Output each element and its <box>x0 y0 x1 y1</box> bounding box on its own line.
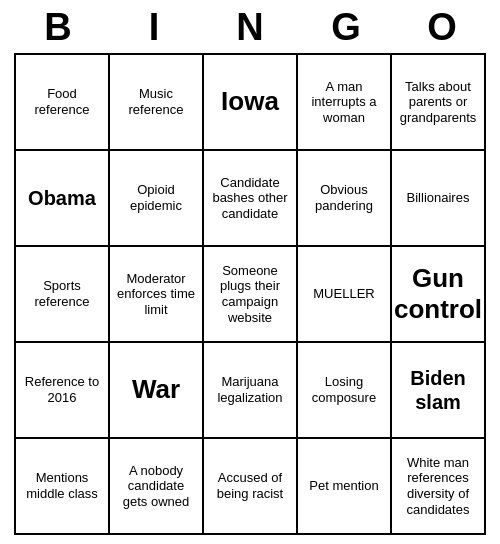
bingo-cell-2: Iowa <box>204 55 298 151</box>
bingo-cell-3: A man interrupts a woman <box>298 55 392 151</box>
bingo-cell-18: Losing composure <box>298 343 392 439</box>
bingo-cell-14: Gun control <box>392 247 486 343</box>
bingo-title: B I N G O <box>10 0 490 53</box>
bingo-cell-10: Sports reference <box>16 247 110 343</box>
bingo-cell-21: A nobody candidate gets owned <box>110 439 204 535</box>
bingo-cell-8: Obvious pandering <box>298 151 392 247</box>
bingo-grid: Food referenceMusic referenceIowaA man i… <box>14 53 486 535</box>
bingo-cell-1: Music reference <box>110 55 204 151</box>
title-i: I <box>110 6 198 49</box>
bingo-cell-5: Obama <box>16 151 110 247</box>
bingo-cell-9: Billionaires <box>392 151 486 247</box>
title-g: G <box>302 6 390 49</box>
bingo-cell-15: Reference to 2016 <box>16 343 110 439</box>
bingo-cell-23: Pet mention <box>298 439 392 535</box>
bingo-cell-7: Candidate bashes other candidate <box>204 151 298 247</box>
title-n: N <box>206 6 294 49</box>
title-o: O <box>398 6 486 49</box>
bingo-cell-13: MUELLER <box>298 247 392 343</box>
bingo-cell-19: Biden slam <box>392 343 486 439</box>
bingo-cell-16: War <box>110 343 204 439</box>
bingo-cell-11: Moderator enforces time limit <box>110 247 204 343</box>
bingo-cell-17: Marijuana legalization <box>204 343 298 439</box>
bingo-cell-0: Food reference <box>16 55 110 151</box>
title-b: B <box>14 6 102 49</box>
bingo-cell-22: Accused of being racist <box>204 439 298 535</box>
bingo-cell-6: Opioid epidemic <box>110 151 204 247</box>
bingo-cell-24: White man references diversity of candid… <box>392 439 486 535</box>
bingo-cell-12: Someone plugs their campaign website <box>204 247 298 343</box>
bingo-cell-20: Mentions middle class <box>16 439 110 535</box>
bingo-cell-4: Talks about parents or grandparents <box>392 55 486 151</box>
